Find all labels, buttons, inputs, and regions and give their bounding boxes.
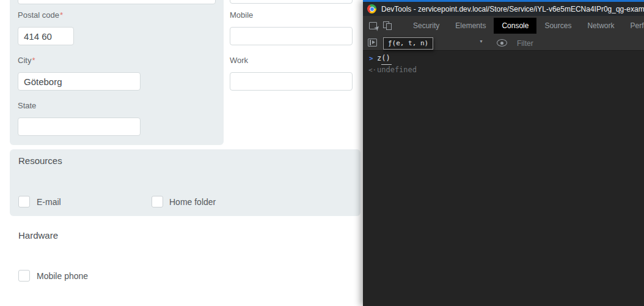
- email-checkbox-label: E-mail: [37, 197, 61, 207]
- work-label: Work: [230, 56, 248, 65]
- home-folder-checkbox-label: Home folder: [169, 197, 216, 207]
- tab-elements[interactable]: Elements: [447, 18, 494, 34]
- tab-security[interactable]: Security: [405, 18, 447, 34]
- inspect-element-icon[interactable]: [369, 22, 377, 29]
- mobile-phone-checkbox[interactable]: [18, 270, 30, 282]
- devtools-tabs: Security Elements Console Sources Networ…: [405, 18, 644, 34]
- tab-console[interactable]: Console: [494, 18, 536, 34]
- mobile-label: Mobile: [230, 10, 253, 20]
- tab-sources[interactable]: Sources: [536, 18, 579, 34]
- state-label: State: [18, 101, 36, 110]
- chevron-down-icon[interactable]: ▼: [479, 39, 483, 43]
- console-result-value: undefined: [377, 64, 417, 76]
- console-toolbar: ƒ(e, t, n) ▼: [363, 35, 644, 51]
- console-prompt-icon: >: [369, 53, 377, 64]
- required-asterisk: *: [32, 56, 35, 65]
- state-input[interactable]: [18, 118, 141, 136]
- resources-section-title: Resources: [18, 155, 62, 166]
- chrome-logo-icon: [367, 4, 376, 13]
- live-expression-eye-icon[interactable]: [497, 39, 507, 47]
- page: Postal code* City* State Mobile Work Res…: [0, 0, 644, 306]
- mobile-input[interactable]: [230, 27, 353, 45]
- home-folder-checkbox[interactable]: [152, 196, 163, 207]
- email-checkbox[interactable]: [18, 196, 30, 207]
- contact-form: Postal code* City* State Mobile Work Res…: [0, 0, 363, 306]
- eager-eval-popup: ƒ(e, t, n): [383, 37, 433, 50]
- console-output[interactable]: > z () <· undefined: [363, 51, 644, 76]
- phone-partial-input[interactable]: [230, 0, 353, 4]
- console-result-row: <· undefined: [363, 64, 644, 76]
- devtools-window: DevTools - zervicepoint.dev.local/Store/…: [363, 0, 644, 306]
- console-sidebar-icon[interactable]: [368, 39, 377, 47]
- console-input-row[interactable]: > z (): [363, 53, 644, 64]
- devtools-titlebar[interactable]: DevTools - zervicepoint.dev.local/Store/…: [363, 2, 644, 16]
- device-toolbar-icon[interactable]: [383, 21, 392, 30]
- hardware-section-title: Hardware: [18, 230, 58, 241]
- address-partial-input[interactable]: [18, 0, 216, 4]
- tab-performance[interactable]: Performance: [622, 18, 644, 34]
- state-label-text: State: [18, 101, 36, 110]
- postal-code-label: Postal code*: [18, 10, 63, 20]
- console-typed-text: z: [377, 53, 381, 64]
- devtools-window-title: DevTools - zervicepoint.dev.local/Store/…: [381, 5, 644, 13]
- mobile-label-text: Mobile: [230, 10, 253, 20]
- console-result-arrow-icon: <·: [368, 64, 377, 76]
- city-label: City*: [18, 56, 35, 65]
- mobile-phone-checkbox-label: Mobile phone: [37, 271, 88, 281]
- console-filter-input[interactable]: [517, 37, 609, 49]
- postal-code-label-text: Postal code: [18, 10, 59, 20]
- devtools-tabbar: Security Elements Console Sources Networ…: [363, 16, 644, 35]
- city-label-text: City: [18, 56, 31, 65]
- city-input[interactable]: [18, 72, 141, 91]
- postal-code-input[interactable]: [18, 27, 74, 45]
- console-typed-suggestion: (): [381, 53, 391, 65]
- required-asterisk: *: [60, 10, 63, 20]
- work-input[interactable]: [230, 72, 353, 91]
- tab-network[interactable]: Network: [579, 18, 622, 34]
- work-label-text: Work: [230, 56, 248, 65]
